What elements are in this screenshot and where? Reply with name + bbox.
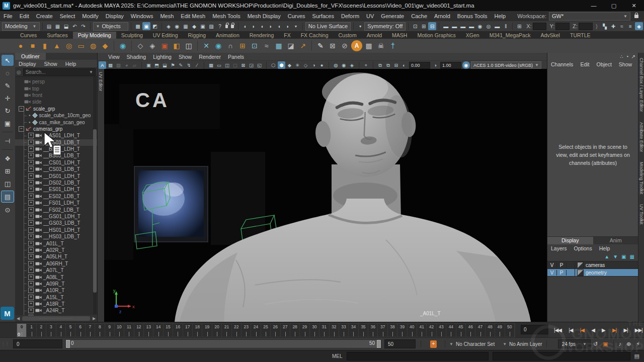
smooth-icon[interactable]: ▣ xyxy=(159,40,170,51)
mirror-icon[interactable]: ◧ xyxy=(171,40,182,51)
redo-icon[interactable]: ↷ xyxy=(79,22,88,30)
frame-16[interactable]: 16 xyxy=(173,324,183,337)
safe-title-icon[interactable]: ◱ xyxy=(256,61,263,69)
layer-editor-tab-anim[interactable]: Anim xyxy=(593,237,639,244)
exposure-icon[interactable]: ◐ xyxy=(400,61,408,69)
range-end-field[interactable]: 50 xyxy=(384,339,416,348)
outliner-item-_A24R_T[interactable]: +_A24R_T xyxy=(15,307,97,314)
expand-icon[interactable]: + xyxy=(28,194,34,199)
frame-35[interactable]: 35 xyxy=(359,324,368,337)
current-frame-field[interactable]: 0 xyxy=(521,325,552,334)
layer-mode-cell[interactable] xyxy=(567,261,575,268)
outliner-item-_A02R_T[interactable]: +_A02R_T xyxy=(15,247,97,253)
expand-icon[interactable]: + xyxy=(28,140,34,145)
frame-32[interactable]: 32 xyxy=(330,324,339,337)
select-hierarchy-icon[interactable]: ▩ xyxy=(134,22,142,30)
shelf-tab-sculpting[interactable]: Sculpting xyxy=(116,32,148,39)
single-pane-layout[interactable]: ❖ xyxy=(2,153,14,164)
layer-playback-toggle[interactable]: P xyxy=(557,262,567,268)
copy-view-icon[interactable]: ⧉ xyxy=(376,61,384,69)
last-tool[interactable]: ⊣ xyxy=(2,135,14,146)
gamma-icon[interactable]: ◑ xyxy=(431,61,439,69)
range-start-handle[interactable] xyxy=(66,340,70,348)
menubar-item-arnold[interactable]: Arnold xyxy=(431,13,454,19)
outliner-item-__FS01_LDH_T[interactable]: +__FS01_LDH_T xyxy=(15,200,97,206)
step-back-frame-button[interactable]: |◀ xyxy=(580,327,584,333)
expand-icon[interactable]: + xyxy=(28,220,34,226)
frame-24[interactable]: 24 xyxy=(251,324,261,337)
crease-icon[interactable]: ◪ xyxy=(285,40,296,51)
poly-sphere-icon[interactable]: ● xyxy=(15,40,26,51)
move-layer-down-icon[interactable]: ▼ xyxy=(613,254,618,259)
frame-20[interactable]: 20 xyxy=(212,324,222,337)
viewport-menu-view[interactable]: View xyxy=(105,54,123,60)
selection-mask-dropdown[interactable]: ▼ Objects xyxy=(93,22,128,31)
time-slider[interactable]: 0012345678910111213141516171819202122232… xyxy=(0,322,548,337)
shelf-tab-poly-modeling[interactable]: Poly Modeling xyxy=(73,32,116,39)
range-slider-track[interactable]: 0 50 xyxy=(65,339,381,348)
move-layer-up-icon[interactable]: ▲ xyxy=(604,254,609,259)
frame-46[interactable]: 46 xyxy=(466,324,475,337)
command-input[interactable] xyxy=(347,352,489,360)
frame-17[interactable]: 17 xyxy=(183,324,193,337)
menubar-item-bonus-tools[interactable]: Bonus Tools xyxy=(454,13,491,19)
expand-icon[interactable]: + xyxy=(28,173,34,179)
target-weld-icon[interactable]: ◉ xyxy=(213,40,224,51)
grease-pencil-icon[interactable]: ∕ xyxy=(193,61,201,69)
exposure-field[interactable]: 0.00 xyxy=(409,62,430,69)
symmetry-field[interactable]: Symmetry: Off xyxy=(364,22,406,31)
render-settings-icon[interactable]: ▬ xyxy=(467,22,475,30)
render-sequence-icon[interactable]: ▬ xyxy=(459,22,467,30)
grid-xyz-icon[interactable]: ⊞ xyxy=(515,22,523,30)
frame-4[interactable]: 4 xyxy=(56,324,66,337)
select-object-icon[interactable]: ▣ xyxy=(142,22,150,30)
normals-icon[interactable]: ↗ xyxy=(297,40,308,51)
play-backwards-button[interactable]: ◀ xyxy=(591,327,595,333)
menubar-item-select[interactable]: Select xyxy=(56,13,79,19)
layer-editor-tab-display[interactable]: Display xyxy=(547,237,593,244)
outliner-item-__GS01_LDH_T[interactable]: +__GS01_LDH_T xyxy=(15,213,97,220)
remesh-icon[interactable]: ◫ xyxy=(183,40,194,51)
ipr-render-icon[interactable]: ▬ xyxy=(450,22,458,30)
range-start-field[interactable]: 0 xyxy=(13,339,62,348)
shelf-tab-rigging[interactable]: Rigging xyxy=(183,32,211,39)
step-back-key-button[interactable]: |◀ xyxy=(569,327,573,333)
frame-43[interactable]: 43 xyxy=(437,324,446,337)
motion-blur-viewport-icon[interactable]: ● xyxy=(318,61,326,69)
lighting-toggle-icon[interactable]: ◕ xyxy=(123,61,130,69)
frame-38[interactable]: 38 xyxy=(388,324,397,337)
outliner-vscroll-handle[interactable] xyxy=(93,129,97,293)
frame-26[interactable]: 26 xyxy=(271,324,280,337)
menubar-item-create[interactable]: Create xyxy=(33,13,56,19)
poly-torus-icon[interactable]: ◎ xyxy=(63,40,74,51)
layer-color-swatch[interactable] xyxy=(577,262,584,268)
shelf-tab-motion-graphics[interactable]: Motion Graphics xyxy=(412,32,460,39)
shelf-tab-fx[interactable]: FX xyxy=(279,32,295,39)
quad-draw-icon[interactable]: ▦ xyxy=(273,40,284,51)
menubar-item-mesh-display[interactable]: Mesh Display xyxy=(244,13,284,19)
viewport-menu-renderer[interactable]: Renderer xyxy=(195,54,224,60)
outliner-menu-show[interactable]: Show xyxy=(40,61,60,67)
viewport-scene[interactable]: CA xyxy=(104,69,547,322)
expand-icon[interactable]: + xyxy=(28,308,34,313)
image-plane-icon[interactable]: ✎ xyxy=(177,61,185,69)
outliner-item-front[interactable]: front xyxy=(15,92,97,99)
gamma-field[interactable]: 1.00 xyxy=(440,62,461,69)
channel-box-menu-show[interactable]: Show xyxy=(615,61,635,67)
maximize-button[interactable]: ▢ xyxy=(604,0,624,11)
frame-39[interactable]: 39 xyxy=(397,324,407,337)
side-tab-channel-box-layer-editor[interactable]: Channel Box / Layer Editor xyxy=(638,53,644,117)
layer-visibility-toggle[interactable]: V xyxy=(547,270,557,276)
expand-icon[interactable]: + xyxy=(28,267,34,273)
menubar-item-mesh-tools[interactable]: Mesh Tools xyxy=(209,13,244,19)
mask-curves-icon[interactable]: ▦ xyxy=(182,22,190,30)
side-tab-attribute-editor[interactable]: Attribute Editor xyxy=(638,117,644,157)
outliner-item-side[interactable]: side xyxy=(15,99,97,105)
frame-13[interactable]: 13 xyxy=(144,324,153,337)
frame-33[interactable]: 33 xyxy=(339,324,349,337)
frame-19[interactable]: 19 xyxy=(202,324,212,337)
snap-curve-icon[interactable]: ◗ xyxy=(250,22,258,30)
frame-8[interactable]: 8 xyxy=(95,324,105,337)
side-tab-uv-toolkit[interactable]: UV Toolkit xyxy=(638,199,644,229)
side-tab-modeling-toolkit[interactable]: Modeling Toolkit xyxy=(638,157,644,199)
